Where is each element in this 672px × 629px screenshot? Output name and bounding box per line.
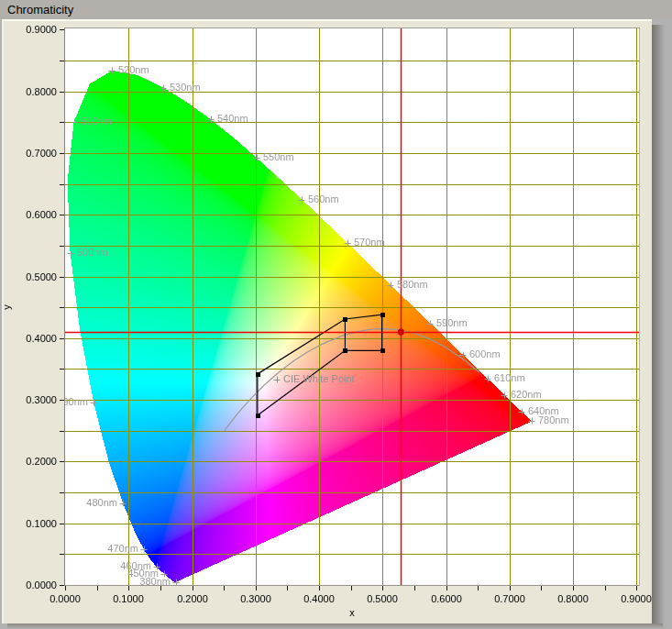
- wavelength-label-520nm: 520nm: [118, 64, 149, 76]
- x-axis-title: x: [325, 607, 380, 618]
- x-tick-label: 0.2000: [165, 592, 220, 605]
- y-tick-label: 0.8000: [2, 85, 57, 98]
- x-tick-label: 0.6000: [419, 592, 474, 605]
- window-title-bar[interactable]: Chromaticity: [0, 0, 672, 19]
- cie-chromaticity-diagram-canvas: [65, 28, 639, 585]
- x-tick-label: 0.1000: [101, 592, 156, 605]
- y-axis-tick: [60, 29, 64, 30]
- y-axis-tick: [60, 585, 64, 586]
- panel-shadow-bottom: [7, 623, 663, 629]
- x-axis-tick: [605, 586, 606, 590]
- y-axis-tick: [60, 61, 64, 61]
- x-tick-label: 0.0000: [38, 592, 93, 605]
- wavelength-label-490nm: 490nm: [64, 396, 88, 408]
- x-axis-tick: [128, 586, 129, 590]
- x-axis-tick: [446, 586, 447, 590]
- y-axis-tick: [60, 246, 64, 247]
- x-axis-tick: [256, 586, 257, 590]
- wavelength-label-510nm: 510nm: [81, 116, 112, 127]
- y-tick-label: 0.3000: [2, 393, 57, 406]
- x-axis-tick: [414, 586, 415, 590]
- wavelength-label-480nm: 480nm: [86, 497, 117, 509]
- x-axis-tick: [193, 586, 193, 590]
- wavelength-label-600nm: 600nm: [469, 348, 501, 360]
- plot-area: 380nm450nm460nm470nm480nm490nm500nm510nm…: [64, 28, 640, 586]
- x-axis-tick: [510, 586, 511, 590]
- y-axis-tick: [60, 492, 64, 493]
- wavelength-label-780nm: 780nm: [538, 414, 569, 426]
- wavelength-label-470nm: 470nm: [107, 543, 138, 555]
- panel-shadow-right: [652, 25, 665, 627]
- x-axis-tick: [478, 586, 479, 590]
- wavelength-label-530nm: 530nm: [170, 82, 201, 94]
- x-tick-label: 0.5000: [355, 592, 410, 605]
- x-tick-label: 0.9000: [609, 592, 664, 605]
- x-tick-label: 0.4000: [292, 592, 347, 605]
- y-tick-label: 0.7000: [2, 147, 57, 160]
- wavelength-label-550nm: 550nm: [263, 151, 294, 163]
- x-axis-tick: [573, 586, 574, 590]
- wavelength-label-540nm: 540nm: [217, 113, 248, 125]
- chromaticity-window: Chromaticity 380nm450nm460nm470nm480nm49…: [0, 0, 672, 629]
- cie-white-point-label: CIE White Point: [283, 373, 355, 385]
- x-axis-tick: [65, 586, 66, 590]
- y-axis-tick: [60, 461, 64, 462]
- wavelength-label-620nm: 620nm: [511, 389, 542, 401]
- y-axis-tick: [60, 153, 64, 154]
- wavelength-label-610nm: 610nm: [494, 372, 525, 384]
- y-axis-tick: [60, 215, 64, 215]
- wavelength-label-580nm: 580nm: [397, 279, 428, 291]
- x-tick-label: 0.3000: [228, 592, 283, 605]
- wavelength-label-570nm: 570nm: [354, 237, 385, 248]
- y-tick-label: 0.6000: [2, 208, 57, 221]
- x-axis-tick: [636, 586, 637, 590]
- x-axis-tick: [224, 586, 225, 590]
- y-axis-tick: [60, 400, 64, 401]
- wavelength-label-500nm: 500nm: [77, 247, 108, 259]
- x-axis-tick: [160, 586, 161, 590]
- x-axis-tick: [287, 586, 288, 590]
- y-axis-tick: [60, 184, 64, 185]
- y-tick-label: 0.4000: [2, 332, 57, 345]
- x-axis-tick: [97, 586, 98, 590]
- wavelength-label-460nm: 460nm: [120, 560, 151, 572]
- x-axis-tick: [541, 586, 542, 590]
- y-tick-label: 0.2000: [2, 455, 57, 468]
- x-tick-label: 0.7000: [482, 592, 537, 605]
- y-axis-tick: [60, 338, 64, 339]
- y-axis-tick: [60, 554, 64, 555]
- wavelength-label-590nm: 590nm: [436, 317, 468, 329]
- x-tick-label: 0.8000: [545, 592, 600, 605]
- y-tick-label: 0.1000: [2, 517, 57, 530]
- y-tick-label: 0.0000: [2, 579, 57, 591]
- y-axis-tick: [60, 122, 64, 123]
- y-axis-tick: [60, 92, 64, 93]
- window-title: Chromaticity: [7, 3, 73, 17]
- wavelength-label-560nm: 560nm: [308, 193, 339, 205]
- y-axis-tick: [60, 524, 64, 524]
- y-axis-title: y: [1, 291, 14, 324]
- x-axis-tick: [351, 586, 352, 590]
- x-axis-tick: [319, 586, 320, 590]
- y-axis-tick: [60, 307, 64, 308]
- x-axis-tick: [382, 586, 383, 590]
- y-tick-label: 0.9000: [2, 23, 57, 36]
- y-axis-tick: [60, 369, 64, 370]
- y-tick-label: 0.5000: [2, 270, 57, 283]
- y-axis-tick: [60, 431, 64, 432]
- y-axis-tick: [60, 277, 64, 278]
